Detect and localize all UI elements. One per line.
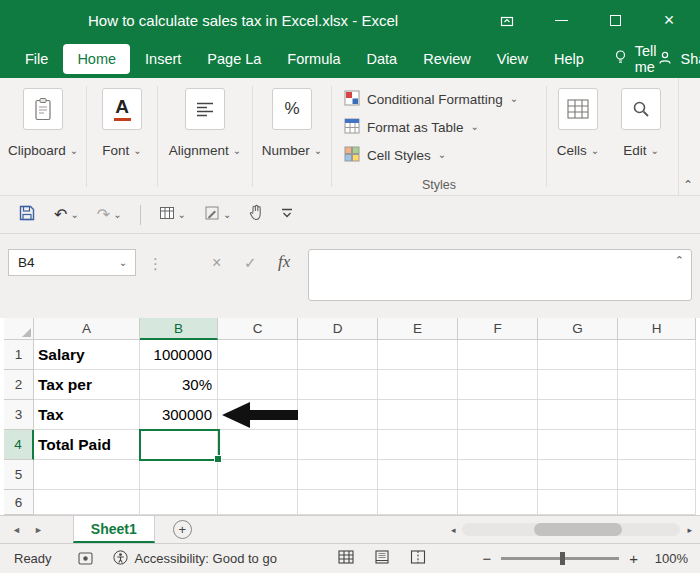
tab-data[interactable]: Data <box>354 43 411 75</box>
cell-c1[interactable] <box>218 340 298 370</box>
close-icon[interactable]: × <box>642 0 696 40</box>
zoom-slider-handle[interactable] <box>560 552 565 565</box>
column-header-h[interactable]: H <box>618 318 696 340</box>
cell-f3[interactable] <box>458 400 538 430</box>
formula-input[interactable]: ⌃ <box>308 249 692 301</box>
page-layout-view-icon[interactable] <box>374 550 390 567</box>
cell-a3[interactable]: Tax <box>34 400 140 430</box>
row-header-4[interactable]: 4 <box>4 430 34 460</box>
cell-g1[interactable] <box>538 340 618 370</box>
name-box[interactable]: B4 ⌄ <box>8 249 136 276</box>
cell-h2[interactable] <box>618 370 696 400</box>
row-header-6[interactable]: 6 <box>4 490 34 515</box>
qat-draw-button[interactable]: ⌄ <box>198 201 237 229</box>
tab-review[interactable]: Review <box>410 43 484 75</box>
cell-g4[interactable] <box>538 430 618 460</box>
normal-view-icon[interactable] <box>338 550 354 567</box>
row-header-1[interactable]: 1 <box>4 340 34 370</box>
next-sheet-icon[interactable]: ► <box>34 525 43 535</box>
new-sheet-button[interactable]: + <box>173 520 192 539</box>
tab-help[interactable]: Help <box>541 43 597 75</box>
cell-f6[interactable] <box>458 490 538 515</box>
cell-b6[interactable] <box>140 490 218 515</box>
cell-a4[interactable]: Total Paid <box>34 430 140 460</box>
redo-button[interactable]: ↷ ⌄ <box>91 201 128 229</box>
undo-button[interactable]: ↶ ⌄ <box>48 201 85 229</box>
row-header-2[interactable]: 2 <box>4 370 34 400</box>
collapse-formula-bar-icon[interactable]: ⌃ <box>675 254 684 267</box>
cell-e3[interactable] <box>378 400 458 430</box>
cell-b1[interactable]: 1000000 <box>140 340 218 370</box>
cells-group-button[interactable]: Cells⌄ <box>547 78 609 195</box>
column-header-a[interactable]: A <box>34 318 140 340</box>
scroll-right-icon[interactable]: ▸ <box>687 525 692 535</box>
cell-h4[interactable] <box>618 430 696 460</box>
scroll-left-icon[interactable]: ◂ <box>451 525 456 535</box>
maximize-icon[interactable] <box>588 0 642 40</box>
cell-b5[interactable] <box>140 460 218 490</box>
cell-h6[interactable] <box>618 490 696 515</box>
page-break-view-icon[interactable] <box>410 550 426 567</box>
cell-b2[interactable]: 30% <box>140 370 218 400</box>
column-header-d[interactable]: D <box>298 318 378 340</box>
tab-home[interactable]: Home <box>63 44 130 74</box>
cell-b3[interactable]: 300000 <box>140 400 218 430</box>
collapse-ribbon-icon[interactable]: ⌃ <box>683 178 693 192</box>
cell-a1[interactable]: Salary <box>34 340 140 370</box>
tab-view[interactable]: View <box>484 43 541 75</box>
insert-function-icon[interactable]: fx <box>278 252 290 272</box>
share-button[interactable]: Share <box>657 50 700 69</box>
select-all-corner[interactable] <box>4 318 34 340</box>
touch-mode-button[interactable] <box>243 201 269 229</box>
tell-me[interactable]: Tell me <box>613 43 657 75</box>
cell-h5[interactable] <box>618 460 696 490</box>
cell-f5[interactable] <box>458 460 538 490</box>
row-header-3[interactable]: 3 <box>4 400 34 430</box>
cell-g2[interactable] <box>538 370 618 400</box>
scrollbar-thumb[interactable] <box>534 523 622 536</box>
cell-e2[interactable] <box>378 370 458 400</box>
tab-page-layout[interactable]: Page La <box>194 43 274 75</box>
accessibility-status[interactable]: Accessibility: Good to go <box>113 550 277 568</box>
cell-f1[interactable] <box>458 340 538 370</box>
cell-a2[interactable]: Tax per <box>34 370 140 400</box>
column-header-g[interactable]: G <box>538 318 618 340</box>
cell-h1[interactable] <box>618 340 696 370</box>
cell-d2[interactable] <box>298 370 378 400</box>
drag-handle-icon[interactable]: ⋮ <box>148 255 163 273</box>
customize-quick-access-button[interactable] <box>275 201 299 229</box>
cell-a5[interactable] <box>34 460 140 490</box>
tab-formulas[interactable]: Formula <box>274 43 353 75</box>
tab-file[interactable]: File <box>12 43 61 75</box>
ribbon-display-options-icon[interactable] <box>480 0 534 40</box>
cell-e6[interactable] <box>378 490 458 515</box>
cell-d1[interactable] <box>298 340 378 370</box>
column-header-e[interactable]: E <box>378 318 458 340</box>
cell-b4-selected[interactable] <box>140 430 218 460</box>
cell-a6[interactable] <box>34 490 140 515</box>
font-group-button[interactable]: A Font⌄ <box>87 78 157 195</box>
number-group-button[interactable]: % Number⌄ <box>253 78 331 195</box>
macro-record-icon[interactable] <box>78 552 93 565</box>
column-header-f[interactable]: F <box>458 318 538 340</box>
cell-d4[interactable] <box>298 430 378 460</box>
qat-table-button[interactable]: ⌄ <box>153 201 192 229</box>
zoom-slider[interactable] <box>501 557 619 560</box>
zoom-in-icon[interactable]: + <box>629 550 638 567</box>
tab-insert[interactable]: Insert <box>132 43 194 75</box>
alignment-group-button[interactable]: Alignment⌄ <box>158 78 252 195</box>
cell-g6[interactable] <box>538 490 618 515</box>
cancel-icon[interactable]: × <box>212 254 221 272</box>
column-header-b[interactable]: B <box>140 318 218 340</box>
conditional-formatting-button[interactable]: Conditional Formatting ⌄ <box>344 85 542 113</box>
cell-c4[interactable] <box>218 430 298 460</box>
sheet-tab-sheet1[interactable]: Sheet1 <box>73 516 155 543</box>
clipboard-group-button[interactable]: Clipboard⌄ <box>0 78 86 195</box>
cell-g3[interactable] <box>538 400 618 430</box>
cell-g5[interactable] <box>538 460 618 490</box>
zoom-level[interactable]: 100% <box>648 551 688 566</box>
cell-d3[interactable] <box>298 400 378 430</box>
cell-d6[interactable] <box>298 490 378 515</box>
scrollbar-track[interactable] <box>462 523 680 536</box>
cell-e5[interactable] <box>378 460 458 490</box>
